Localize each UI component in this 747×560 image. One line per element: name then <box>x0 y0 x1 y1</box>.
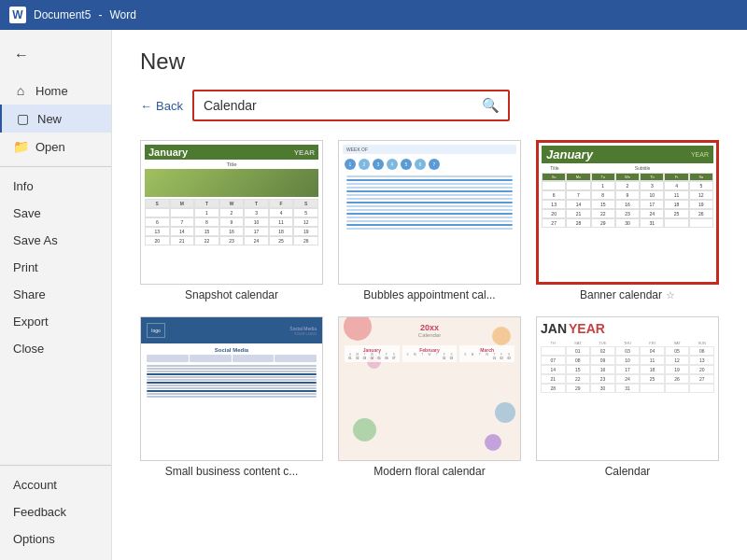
new-icon: ▢ <box>15 111 30 126</box>
main-content: New ← Back 🔍 January <box>112 30 747 560</box>
sidebar-item-new[interactable]: ▢ New <box>0 105 111 133</box>
sidebar-divider-bottom <box>0 465 111 466</box>
sidebar-item-print[interactable]: Print <box>0 254 111 281</box>
back-arrow-icon: ← <box>140 99 152 113</box>
template-name-small-business: Small business content c... <box>140 461 323 478</box>
template-name-snapshot: Snapshot calendar <box>140 285 323 301</box>
pin-icon[interactable]: ☆ <box>666 289 675 301</box>
template-card-banner[interactable]: January YEAR Title Subtitle SuMoTuWeThFr… <box>536 140 719 301</box>
page-title: New <box>140 49 719 75</box>
search-area: ← Back 🔍 <box>140 90 719 121</box>
sidebar-item-close[interactable]: Close <box>0 335 111 362</box>
sidebar-divider <box>0 166 111 167</box>
template-thumb-simple-calendar: JAN YEAR THSATTUETHUFRISATSUN 0102030405… <box>536 316 719 461</box>
home-icon: ⌂ <box>13 83 28 98</box>
sidebar-item-home-label: Home <box>35 84 68 98</box>
sidebar-item-export[interactable]: Export <box>0 308 111 335</box>
search-input[interactable] <box>194 98 474 113</box>
sidebar-item-share[interactable]: Share <box>0 281 111 308</box>
template-name-bubbles: Bubbles appointment cal... <box>338 285 521 301</box>
title-bar: W Document5 - Word <box>0 0 747 30</box>
app-icon: W <box>9 7 26 23</box>
template-name-banner: Banner calendar ☆ <box>536 285 719 301</box>
sidebar-item-info[interactable]: Info <box>0 173 111 200</box>
back-link[interactable]: ← Back <box>140 99 183 113</box>
template-grid: January YEAR Title SMTWTFS 12345 6789101… <box>140 140 719 478</box>
template-thumb-bubbles: WEEK OF 1 2 3 4 5 6 7 <box>338 140 521 285</box>
sidebar-item-feedback[interactable]: Feedback <box>0 498 111 525</box>
app-body: ← ⌂ Home ▢ New 📁 Open Info Save Save As … <box>0 30 747 560</box>
template-card-bubbles[interactable]: WEEK OF 1 2 3 4 5 6 7 <box>338 140 521 301</box>
sidebar-item-save[interactable]: Save <box>0 200 111 227</box>
title-separator: - <box>98 8 102 21</box>
sidebar: ← ⌂ Home ▢ New 📁 Open Info Save Save As … <box>0 30 112 560</box>
sidebar-item-home[interactable]: ⌂ Home <box>0 77 111 105</box>
sidebar-back-button[interactable]: ← <box>7 41 35 69</box>
template-thumb-small-business: logo Social Media YOUR LOGO Social Media <box>140 316 323 461</box>
back-link-label: Back <box>156 99 183 113</box>
app-name: Word <box>109 8 135 21</box>
sidebar-top: ← <box>0 37 111 77</box>
open-icon: 📁 <box>13 139 28 154</box>
template-thumb-floral: 20xx Calendar January SMTWTFS 0102030405… <box>338 316 521 461</box>
sidebar-bottom: Account Feedback Options <box>0 459 111 560</box>
sidebar-item-save-as[interactable]: Save As <box>0 227 111 254</box>
template-card-small-business[interactable]: logo Social Media YOUR LOGO Social Media <box>140 316 323 478</box>
search-button[interactable]: 🔍 <box>474 90 508 121</box>
sidebar-item-account[interactable]: Account <box>0 471 111 498</box>
template-card-floral[interactable]: 20xx Calendar January SMTWTFS 0102030405… <box>338 316 521 478</box>
template-name-floral: Modern floral calendar <box>338 461 521 478</box>
search-box: 🔍 <box>192 90 510 121</box>
template-thumb-banner: January YEAR Title Subtitle SuMoTuWeThFr… <box>536 140 719 285</box>
doc-name: Document5 <box>34 8 91 21</box>
template-card-snapshot[interactable]: January YEAR Title SMTWTFS 12345 6789101… <box>140 140 323 301</box>
sidebar-item-new-label: New <box>37 112 62 126</box>
sidebar-item-open[interactable]: 📁 Open <box>0 133 111 161</box>
search-icon: 🔍 <box>482 97 500 114</box>
sidebar-item-options[interactable]: Options <box>0 525 111 553</box>
sidebar-item-open-label: Open <box>35 140 65 154</box>
template-thumb-snapshot: January YEAR Title SMTWTFS 12345 6789101… <box>140 140 323 285</box>
template-card-simple-calendar[interactable]: JAN YEAR THSATTUETHUFRISATSUN 0102030405… <box>536 316 719 478</box>
template-name-simple-calendar: Calendar <box>536 461 719 478</box>
